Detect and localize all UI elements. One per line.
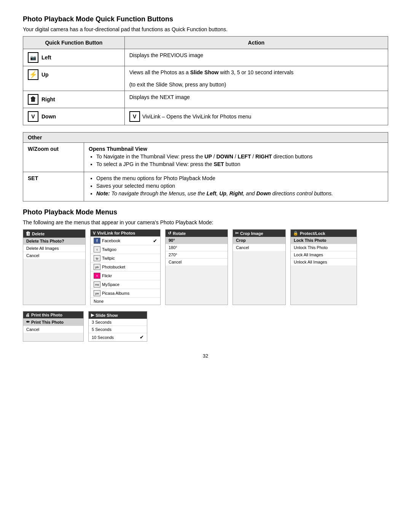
print-icon-small: ✏ (26, 320, 30, 324)
up-label: Up (41, 72, 49, 78)
myspace-label: MySpace (102, 282, 119, 287)
other-section: Other W/Zoom out Opens Thumbnail View To… (23, 132, 388, 201)
list-item[interactable]: ms MySpace (91, 280, 160, 289)
quick-function-table: Quick Function Button Action 📷 Left Disp… (23, 36, 388, 125)
col1-header: Quick Function Button (23, 37, 125, 49)
rotate-menu: ↺ Rotate 90° 180° 270° Cancel (165, 229, 228, 305)
rotate-header-icon: ↺ (168, 231, 171, 236)
set-action: Opens the menu options for Photo Playbac… (84, 172, 388, 201)
wzoom-label: W/Zoom out (23, 143, 84, 172)
photobucket-label: Photobucket (102, 265, 125, 269)
table-row: 📷 Left Displays the PREVIOUS image (23, 49, 388, 66)
delete-menu-header: 🗑 Delete (23, 230, 85, 238)
down-icon: V (28, 111, 38, 122)
facebook-label: Facebook (102, 238, 120, 243)
list-item[interactable]: Cancel (23, 252, 85, 259)
list-item[interactable]: ✏ Print This Photo (23, 318, 83, 326)
list-item[interactable]: 90° (166, 237, 228, 244)
list-item[interactable]: Delete All Images (23, 245, 85, 252)
rotate-menu-header: ↺ Rotate (166, 230, 228, 237)
vivilink-header-icon: V (93, 231, 96, 235)
other-table: W/Zoom out Opens Thumbnail View To Navig… (23, 142, 388, 201)
list-item[interactable]: f Facebook ✔ (91, 236, 160, 245)
flickr-label: Flickr (102, 273, 112, 278)
picasa-icon: pa (94, 290, 100, 296)
right-label: Right (41, 96, 55, 102)
section1-title: Photo Playback Mode Quick Function Butto… (23, 15, 388, 23)
list-item[interactable]: pa Picasa Albums (91, 289, 160, 298)
list-item[interactable]: Lock This Photo (291, 237, 357, 244)
protect-menu-header: 🔒 Protect/Lock (291, 230, 357, 237)
down-label: Down (41, 113, 56, 120)
list-item[interactable]: Delete This Photo? (23, 238, 85, 245)
print-menu-header: 🖨 Print this Photo (23, 312, 83, 318)
list-item[interactable]: Lock All Images (291, 251, 357, 259)
down-action: V ViviLink – Opens the ViviLink for Phot… (124, 108, 388, 125)
section1-intro: Your digital camera has a four-direction… (23, 26, 388, 32)
delete-header-icon: 🗑 (25, 231, 30, 236)
picasa-label: Picasa Albums (102, 291, 129, 296)
list-item[interactable]: t Twitgoo (91, 245, 160, 254)
none-label: None (94, 299, 104, 304)
check-icon: ✔ (140, 334, 144, 340)
list-item[interactable]: Unlock This Photo (291, 244, 357, 251)
twitgoo-icon: t (94, 246, 100, 252)
left-icon: 📷 (28, 52, 38, 63)
print-header-label: Print this Photo (31, 313, 62, 317)
vivilink-header-label: ViviLink for Photos (97, 231, 135, 235)
twitpic-label: Twitpic (102, 256, 115, 260)
menus-bottom-row: 🖨 Print this Photo ✏ Print This Photo Ca… (23, 311, 388, 342)
list-item[interactable]: pb Photobucket (91, 263, 160, 272)
myspace-icon: ms (94, 281, 100, 288)
other-label: Other (23, 132, 388, 142)
flickr-icon: fl (94, 273, 100, 279)
list-item[interactable]: Cancel (23, 326, 83, 333)
table-row: 🗑 Right Displays the NEXT image (23, 91, 388, 108)
twitgoo-label: Twitgoo (102, 247, 116, 252)
menus-top-row: 🗑 Delete Delete This Photo? Delete All I… (23, 229, 388, 305)
protect-header-label: Protect/Lock (300, 231, 325, 236)
list-item[interactable]: 10 Seconds ✔ (89, 333, 147, 341)
check-icon: ✔ (153, 238, 157, 244)
vivilink-menu-header: V ViviLink for Photos (91, 230, 160, 236)
list-item[interactable]: tp Twitpic (91, 254, 160, 263)
delete-menu: 🗑 Delete Delete This Photo? Delete All I… (23, 229, 86, 305)
col2-header: Action (124, 37, 388, 49)
up-action: Views all the Photos as a Slide Show wit… (124, 66, 388, 91)
twitpic-icon: tp (94, 255, 100, 261)
right-action: Displays the NEXT image (124, 91, 388, 108)
delete-header-label: Delete (32, 232, 45, 236)
list-item[interactable]: 3 Seconds (89, 319, 147, 326)
set-label: SET (23, 172, 84, 201)
section2-intro: The following are the menus that appear … (23, 219, 388, 225)
list-item[interactable]: None (91, 298, 160, 305)
crop-header-label: Crop Image (240, 231, 263, 236)
protect-header-icon: 🔒 (293, 231, 298, 236)
crop-header-icon: ✂ (235, 231, 239, 236)
list-item[interactable]: 180° (166, 244, 228, 251)
crop-menu: ✂ Crop Image Crop Cancel (233, 229, 286, 305)
right-icon: 🗑 (28, 94, 38, 105)
list-item[interactable]: Cancel (233, 244, 285, 251)
list-item[interactable]: Crop (233, 237, 285, 244)
page-number: 32 (23, 353, 388, 359)
slideshow-menu-header: ▶ Slide Show (89, 312, 147, 319)
crop-menu-header: ✂ Crop Image (233, 230, 285, 237)
section2-title: Photo Playback Mode Menus (23, 208, 388, 216)
ten-seconds-label: 10 Seconds (92, 335, 114, 340)
vivilink-menu: V ViviLink for Photos f Facebook ✔ t Twi… (90, 229, 161, 305)
slideshow-header-icon: ▶ (91, 313, 94, 318)
list-item[interactable]: 5 Seconds (89, 326, 147, 333)
vivilink-icon-action: V (129, 111, 140, 122)
table-row: SET Opens the menu options for Photo Pla… (23, 172, 388, 201)
print-header-icon: 🖨 (25, 313, 30, 317)
list-item[interactable]: 270° (166, 251, 228, 259)
slideshow-header-label: Slide Show (96, 313, 118, 318)
left-label: Left (41, 54, 51, 61)
up-icon: ⚡ (28, 69, 38, 80)
list-item[interactable]: fl Flickr (91, 272, 160, 280)
list-item[interactable]: Unlock All Images (291, 259, 357, 265)
photobucket-icon: pb (94, 264, 100, 270)
list-item[interactable]: Cancel (166, 259, 228, 265)
left-action: Displays the PREVIOUS image (124, 49, 388, 66)
